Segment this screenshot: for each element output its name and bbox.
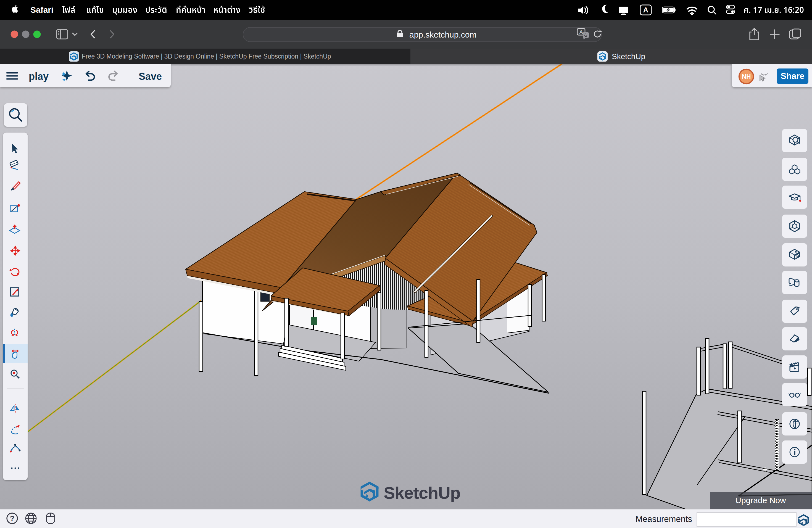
svg-text:Save: Save [139, 71, 162, 82]
svg-text:A: A [643, 6, 649, 14]
svg-text:SketchUp: SketchUp [612, 52, 645, 61]
svg-text:NH: NH [742, 73, 751, 80]
svg-text:Safari: Safari [30, 5, 53, 14]
svg-text:play: play [29, 71, 48, 82]
svg-text:?: ? [10, 514, 15, 523]
svg-text:A: A [579, 29, 583, 35]
svg-text:SketchUp: SketchUp [383, 483, 460, 502]
svg-text:Upgrade Now: Upgrade Now [735, 496, 786, 505]
